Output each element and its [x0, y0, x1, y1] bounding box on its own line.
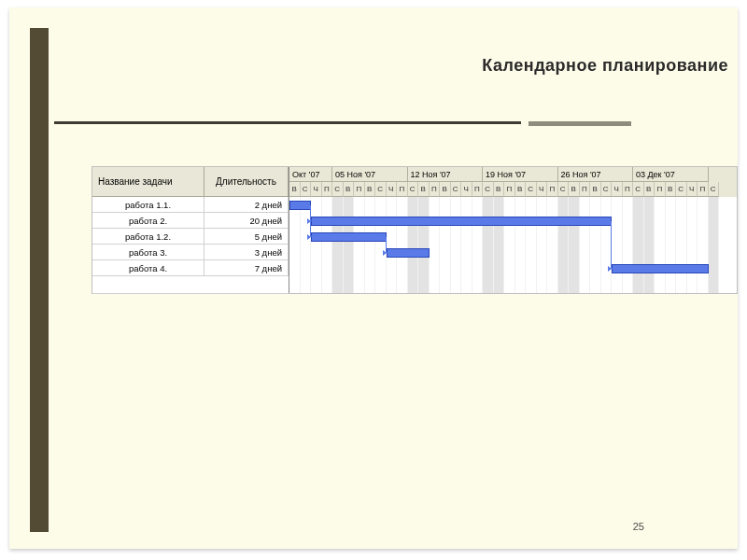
timeline-day-column — [461, 197, 472, 293]
timeline-day-column — [580, 197, 591, 293]
timeline-day-label: В — [590, 182, 601, 197]
timeline-day-label: С — [601, 182, 613, 197]
gantt-bar — [311, 217, 612, 226]
timeline-day-column — [655, 197, 666, 293]
task-duration-cell: 5 дней — [204, 229, 289, 245]
task-name-cell: работа 4. — [92, 260, 204, 276]
timeline-day-column — [623, 197, 634, 293]
gantt-bar — [311, 232, 387, 242]
timeline-day-column — [633, 197, 644, 293]
timeline-day-label: С — [709, 182, 720, 197]
page-number: 25 — [633, 521, 644, 532]
decor-rule-accent — [529, 121, 631, 126]
timeline-day-label: П — [504, 182, 515, 197]
decor-vertical-bar — [30, 28, 49, 532]
timeline-day-label: В — [666, 182, 677, 197]
timeline-day-label: С — [301, 182, 312, 197]
timeline-day-label: Ч — [311, 182, 322, 197]
timeline-day-column — [440, 197, 451, 293]
gantt-bar — [612, 264, 709, 273]
timeline-week-label: Окт '07 — [289, 167, 332, 182]
timeline-week-label: 12 Ноя '07 — [408, 167, 484, 182]
timeline-week-label: 26 Ноя '07 — [558, 167, 634, 182]
timeline-day-label: П — [698, 182, 709, 197]
gantt-chart: Название задачи Длительность работа 1.1.… — [92, 166, 738, 294]
slide-title: Календарное планирование — [482, 56, 728, 76]
timeline-day-label: Ч — [461, 182, 472, 197]
task-duration-cell: 2 дней — [204, 197, 289, 213]
timeline-day-column — [365, 197, 376, 293]
timeline-week-label: 19 Ноя '07 — [483, 167, 558, 182]
task-duration-cell: 20 дней — [204, 213, 289, 229]
timeline-day-label: П — [397, 182, 408, 197]
timeline-day-label: В — [440, 182, 451, 197]
timeline-day-column — [569, 197, 580, 293]
timeline-day-column — [676, 197, 687, 293]
timeline-day-column — [698, 197, 709, 293]
task-name-cell: работа 3. — [92, 245, 204, 260]
timeline-day-label: В — [494, 182, 505, 197]
timeline-day-column — [472, 197, 484, 293]
task-grid: Название задачи Длительность работа 1.1.… — [92, 167, 289, 293]
timeline-day-column — [322, 197, 333, 293]
timeline-week-label: 05 Ноя '07 — [332, 167, 408, 182]
timeline-day-column — [311, 197, 322, 293]
task-duration-cell: 3 дней — [204, 245, 289, 260]
task-name-cell: работа 2. — [92, 213, 204, 229]
timeline-day-label: В — [418, 182, 430, 197]
timeline-day-label: С — [483, 182, 494, 197]
table-row: работа 1.2.5 дней — [92, 229, 289, 245]
timeline-day-label: Ч — [537, 182, 548, 197]
timeline-day-column — [332, 197, 344, 293]
timeline-day-column — [418, 197, 430, 293]
table-row: работа 1.1.2 дней — [92, 197, 289, 213]
timeline-day-column — [612, 197, 623, 293]
timeline-day-column — [515, 197, 527, 293]
timeline-day-column — [387, 197, 398, 293]
timeline-day-column — [494, 197, 505, 293]
timeline-day-column — [558, 197, 570, 293]
timeline-day-column — [430, 197, 441, 293]
timeline-day-label: Ч — [687, 182, 698, 197]
column-header-duration: Длительность — [204, 167, 289, 197]
gantt-bar — [289, 201, 311, 210]
timeline-day-label: С — [676, 182, 687, 197]
timeline-day-column — [590, 197, 601, 293]
timeline-day-label: С — [375, 182, 387, 197]
column-header-name: Название задачи — [92, 167, 204, 197]
task-name-cell: работа 1.1. — [92, 197, 204, 213]
timeline-day-label: П — [547, 182, 558, 197]
table-row: работа 4.7 дней — [92, 260, 289, 276]
timeline-day-label: П — [623, 182, 634, 197]
timeline-day-column — [666, 197, 677, 293]
timeline-day-column — [451, 197, 462, 293]
timeline-day-label: В — [344, 182, 355, 197]
timeline-day-label: В — [644, 182, 655, 197]
timeline-day-column — [344, 197, 355, 293]
timeline-day-label: В — [289, 182, 301, 197]
timeline-day-column — [709, 197, 720, 293]
timeline-day-label: В — [515, 182, 527, 197]
task-duration-cell: 7 дней — [204, 260, 289, 276]
timeline-day-label: П — [472, 182, 484, 197]
timeline-day-column — [397, 197, 408, 293]
timeline-day-label: В — [365, 182, 376, 197]
timeline-day-label: П — [580, 182, 591, 197]
table-row: работа 2.20 дней — [92, 213, 289, 229]
timeline-day-column — [483, 197, 494, 293]
timeline-day-column — [526, 197, 537, 293]
timeline-day-column — [408, 197, 419, 293]
task-name-cell: работа 1.2. — [92, 229, 204, 245]
timeline-week-label: 03 Дек '07 — [633, 167, 709, 182]
timeline-day-label: С — [633, 182, 644, 197]
timeline-day-label: С — [408, 182, 419, 197]
timeline-day-label: Ч — [612, 182, 623, 197]
timeline-day-label: В — [569, 182, 580, 197]
timeline-day-label: П — [354, 182, 365, 197]
timeline-day-label: С — [451, 182, 462, 197]
timeline-day-column — [644, 197, 655, 293]
decor-rule — [54, 121, 521, 124]
timeline-day-column — [687, 197, 698, 293]
timeline-day-column — [289, 197, 301, 293]
timeline-day-column — [547, 197, 558, 293]
